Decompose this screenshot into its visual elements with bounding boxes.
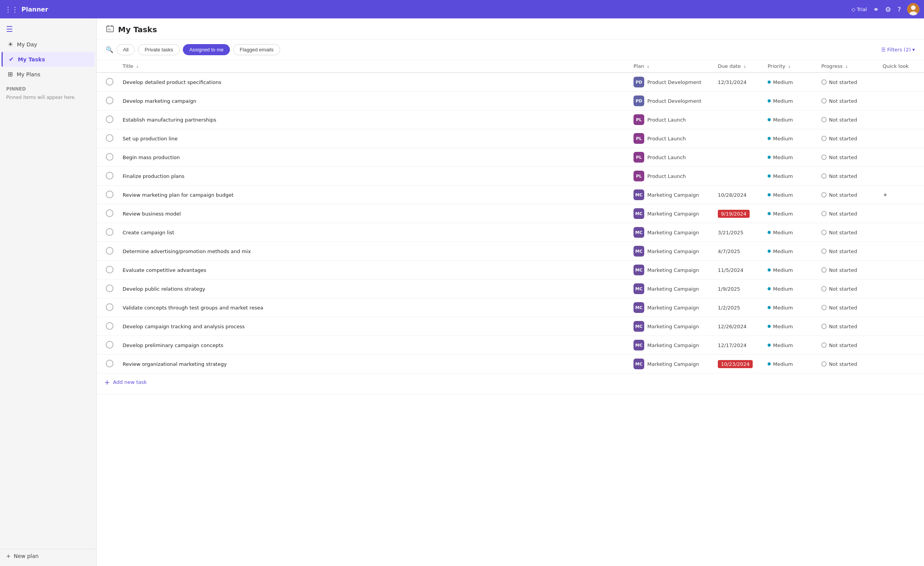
topbar-actions: ◇ Trial ⚭ ⚙ ? bbox=[852, 3, 919, 15]
svg-point-1 bbox=[911, 5, 916, 10]
task-checkbox[interactable] bbox=[106, 153, 113, 161]
plan-name: Product Launch bbox=[647, 173, 686, 179]
progress-circle bbox=[821, 173, 827, 179]
task-title-text[interactable]: Develop public relations strategy bbox=[123, 286, 205, 292]
priority-label: Medium bbox=[773, 117, 793, 123]
task-checkbox[interactable] bbox=[106, 115, 113, 123]
task-checkbox[interactable] bbox=[106, 191, 113, 198]
col-header-title[interactable]: Title ↓ bbox=[118, 60, 629, 72]
task-progress-cell: Not started bbox=[817, 92, 878, 110]
task-progress-cell: Not started bbox=[817, 186, 878, 204]
task-more-icon[interactable]: ⋮ bbox=[231, 79, 236, 86]
tab-all[interactable]: All bbox=[117, 44, 135, 55]
task-checkbox[interactable] bbox=[106, 78, 113, 86]
priority-dot bbox=[768, 268, 771, 271]
task-checkbox-cell bbox=[97, 186, 118, 204]
task-progress-cell: Not started bbox=[817, 280, 878, 298]
grid-icon[interactable]: ⋮⋮ bbox=[5, 5, 18, 13]
plan-name: Marketing Campaign bbox=[647, 305, 699, 311]
task-plan-cell: PLProduct Launch bbox=[629, 129, 713, 148]
task-title-text[interactable]: Develop detailed product specifications bbox=[123, 79, 221, 85]
priority-dot bbox=[768, 325, 771, 328]
task-title-text[interactable]: Establish manufacturing partnerships bbox=[123, 117, 216, 123]
task-title-text[interactable]: Set up production line bbox=[123, 136, 178, 142]
task-checkbox[interactable] bbox=[106, 247, 113, 255]
filters-button[interactable]: ☰ Filters (2) ▾ bbox=[881, 47, 915, 53]
pinned-empty-message: Pinned items will appear here. bbox=[0, 93, 96, 103]
task-title-text[interactable]: Begin mass production bbox=[123, 155, 180, 160]
priority-dot bbox=[768, 212, 771, 215]
task-info-icon[interactable]: ⓘ bbox=[224, 79, 230, 86]
table-row: Review business modelMCMarketing Campaig… bbox=[97, 204, 924, 223]
task-title-text[interactable]: Review marketing plan for campaign budge… bbox=[123, 192, 233, 198]
priority-dot bbox=[768, 306, 771, 309]
task-checkbox[interactable] bbox=[106, 341, 113, 349]
task-checkbox[interactable] bbox=[106, 209, 113, 217]
col-header-due-date[interactable]: Due date ↓ bbox=[713, 60, 763, 72]
task-title-text[interactable]: Create campaign list bbox=[123, 230, 174, 235]
task-title-text[interactable]: Evaluate competitive advantages bbox=[123, 267, 206, 273]
task-checkbox[interactable] bbox=[106, 134, 113, 142]
task-quick-look-cell bbox=[878, 129, 924, 148]
col-header-priority[interactable]: Priority ↓ bbox=[763, 60, 817, 72]
task-checkbox[interactable] bbox=[106, 172, 113, 179]
tab-assigned-to-me[interactable]: Assigned to me bbox=[183, 44, 230, 55]
quick-look-icon[interactable]: ✦ bbox=[883, 191, 888, 199]
task-checkbox[interactable] bbox=[106, 228, 113, 236]
tab-private-tasks[interactable]: Private tasks bbox=[138, 44, 179, 55]
new-plan-button[interactable]: + New plan bbox=[0, 549, 96, 563]
priority-dot bbox=[768, 118, 771, 121]
tab-flagged-emails[interactable]: Flagged emails bbox=[233, 44, 280, 55]
settings-icon[interactable]: ⚙ bbox=[885, 5, 891, 13]
progress-label: Not started bbox=[829, 117, 857, 123]
task-title-cell: Develop public relations strategy bbox=[118, 280, 629, 298]
progress-label: Not started bbox=[829, 305, 857, 311]
task-checkbox[interactable] bbox=[106, 303, 113, 311]
add-task-button[interactable]: +Add new task bbox=[101, 377, 919, 388]
task-checkbox[interactable] bbox=[106, 322, 113, 330]
progress-label: Not started bbox=[829, 286, 857, 292]
search-icon[interactable]: 🔍 bbox=[106, 46, 113, 53]
sidebar-item-my-day[interactable]: ☀ My Day bbox=[2, 37, 95, 52]
avatar[interactable] bbox=[907, 3, 919, 15]
task-quick-look-cell bbox=[878, 355, 924, 373]
share-icon[interactable]: ⚭ bbox=[873, 5, 879, 13]
col-header-progress[interactable]: Progress ↓ bbox=[817, 60, 878, 72]
table-header: Title ↓ Plan ↓ Due date ↓ Priority bbox=[97, 60, 924, 72]
svg-rect-3 bbox=[107, 26, 113, 32]
task-checkbox[interactable] bbox=[106, 97, 113, 104]
task-title-text[interactable]: Review organizational marketing strategy bbox=[123, 361, 227, 367]
task-title-text[interactable]: Finalize production plans bbox=[123, 173, 184, 179]
task-checkbox[interactable] bbox=[106, 360, 113, 367]
task-checkbox[interactable] bbox=[106, 285, 113, 292]
task-title-text[interactable]: Develop marketing campaign bbox=[123, 98, 196, 104]
task-progress-cell: Not started bbox=[817, 72, 878, 92]
table-row: Review organizational marketing strategy… bbox=[97, 355, 924, 373]
col-header-plan[interactable]: Plan ↓ bbox=[629, 60, 713, 72]
check-icon: ✔ bbox=[9, 56, 14, 63]
task-due-date: 12/26/2024 bbox=[718, 324, 747, 329]
task-due-date: 1/2/2025 bbox=[718, 305, 740, 311]
table-row: Develop marketing campaignPDProduct Deve… bbox=[97, 92, 924, 110]
sidebar-item-my-plans[interactable]: ⊞ My Plans bbox=[2, 67, 95, 82]
task-title-text[interactable]: Review business model bbox=[123, 211, 181, 217]
table-row: Establish manufacturing partnershipsPLPr… bbox=[97, 110, 924, 129]
help-icon[interactable]: ? bbox=[897, 5, 901, 13]
sidebar-item-my-tasks[interactable]: ✔ My Tasks bbox=[2, 52, 95, 67]
task-title-text[interactable]: Develop campaign tracking and analysis p… bbox=[123, 324, 245, 329]
task-title-text[interactable]: Validate concepts through test groups an… bbox=[123, 305, 263, 311]
task-checkbox[interactable] bbox=[106, 266, 113, 273]
task-due-date: 12/31/2024 bbox=[718, 79, 747, 85]
plan-badge: PL bbox=[634, 171, 644, 181]
task-quick-look-cell bbox=[878, 223, 924, 242]
sidebar-toggle[interactable]: ☰ bbox=[0, 21, 96, 37]
task-due-date-cell: 11/5/2024 bbox=[713, 261, 763, 280]
table-row: Set up production linePLProduct LaunchMe… bbox=[97, 129, 924, 148]
task-title-text[interactable]: Develop preliminary campaign concepts bbox=[123, 342, 223, 348]
trial-badge[interactable]: ◇ Trial bbox=[852, 7, 867, 12]
plan-badge: MC bbox=[634, 302, 644, 313]
progress-circle bbox=[821, 248, 827, 254]
task-checkbox-cell bbox=[97, 204, 118, 223]
task-title-text[interactable]: Determine advertising/promotion methods … bbox=[123, 248, 251, 254]
task-priority-cell: Medium bbox=[763, 92, 817, 110]
